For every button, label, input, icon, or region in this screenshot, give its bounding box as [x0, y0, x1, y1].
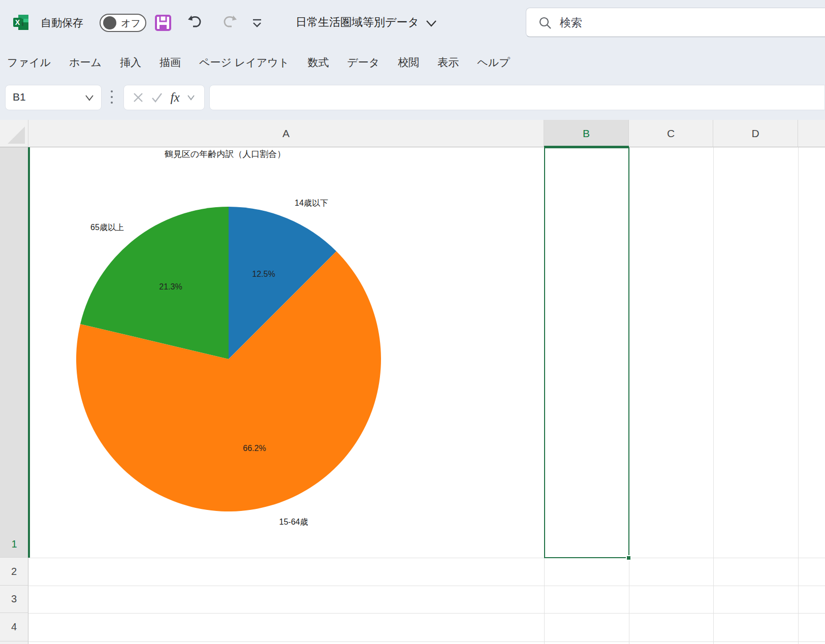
save-icon[interactable] [154, 14, 172, 31]
pie-slice-label: 15-64歳 [279, 517, 308, 528]
enter-entry-icon[interactable] [151, 92, 163, 103]
search-input[interactable]: 検索 [526, 8, 825, 37]
insert-function-button[interactable]: fx [170, 90, 179, 105]
column-header-partial[interactable] [798, 120, 825, 147]
tab-home[interactable]: ホーム [69, 55, 102, 70]
column-header-a[interactable]: A [28, 120, 544, 147]
search-placeholder: 検索 [560, 15, 582, 30]
select-all-button[interactable] [0, 120, 28, 147]
redo-icon[interactable] [221, 14, 239, 31]
formula-bar-drag-handle[interactable] [110, 90, 114, 106]
excel-logo-icon[interactable]: X [12, 14, 29, 31]
pie-chart[interactable] [76, 207, 381, 511]
column-header-b[interactable]: B [544, 120, 629, 147]
pie-percent-label: 12.5% [252, 270, 275, 279]
autosave-label: 自動保存 [41, 16, 83, 30]
selected-row-accent [28, 147, 30, 558]
formula-bar-input[interactable] [209, 85, 825, 110]
chart-title: 鶴見区の年齢内訳（人口割合） [165, 148, 285, 160]
selected-cell-b1[interactable] [544, 147, 629, 558]
column-header-c[interactable]: C [629, 120, 713, 147]
undo-icon[interactable] [186, 14, 203, 31]
formula-button-group: fx [123, 85, 205, 110]
row-header-2[interactable]: 2 [0, 558, 28, 586]
gridline [713, 147, 714, 644]
name-box[interactable]: B1 [5, 85, 102, 110]
tab-formulas[interactable]: 数式 [307, 55, 329, 70]
select-all-triangle-icon [8, 126, 25, 144]
fill-handle[interactable] [626, 555, 631, 561]
customize-toolbar-icon[interactable] [251, 17, 263, 29]
gridline [28, 558, 825, 558]
search-icon [538, 16, 552, 29]
autosave-toggle[interactable]: オフ [100, 14, 146, 32]
pie-percent-label: 66.2% [243, 444, 266, 453]
gridline [28, 613, 825, 614]
tab-draw[interactable]: 描画 [160, 55, 181, 70]
column-header-d[interactable]: D [713, 120, 798, 147]
svg-text:X: X [15, 18, 20, 26]
tab-page-layout[interactable]: ページ レイアウト [199, 55, 289, 70]
toggle-knob [103, 16, 116, 29]
pie-percent-label: 21.3% [159, 282, 182, 292]
tab-insert[interactable]: 挿入 [120, 55, 141, 70]
gridline [28, 641, 825, 642]
gridline [28, 586, 825, 586]
function-chevron-icon[interactable] [187, 94, 195, 101]
workbook-title-chevron-icon[interactable] [426, 19, 437, 27]
tab-view[interactable]: 表示 [437, 55, 459, 70]
name-box-value: B1 [13, 91, 26, 103]
autosave-state-label: オフ [121, 17, 141, 30]
tab-review[interactable]: 校閲 [398, 55, 419, 70]
gridline [798, 147, 799, 644]
name-box-chevron-icon[interactable] [85, 94, 94, 101]
ribbon-tab-bar: ファイル ホーム 挿入 描画 ページ レイアウト 数式 データ 校閲 表示 ヘル… [7, 46, 510, 79]
row-header-4[interactable]: 4 [0, 613, 28, 641]
workbook-title[interactable]: 日常生活圏域等別データ [296, 15, 419, 30]
pie-slice-label: 65歳以上 [90, 222, 124, 233]
tab-help[interactable]: ヘルプ [477, 55, 510, 70]
pie-slice-label: 14歳以下 [295, 198, 328, 209]
tab-data[interactable]: データ [347, 55, 379, 70]
cancel-entry-icon[interactable] [133, 92, 144, 103]
row-header-partial[interactable] [0, 641, 28, 644]
app-chrome: X 自動保存 オフ 日常生活圏域等別データ 検索 ファイル ホーム 挿入 [0, 0, 825, 120]
tab-file[interactable]: ファイル [7, 55, 51, 70]
row-header-3[interactable]: 3 [0, 586, 28, 613]
row-header-1[interactable]: 1 [0, 147, 28, 558]
